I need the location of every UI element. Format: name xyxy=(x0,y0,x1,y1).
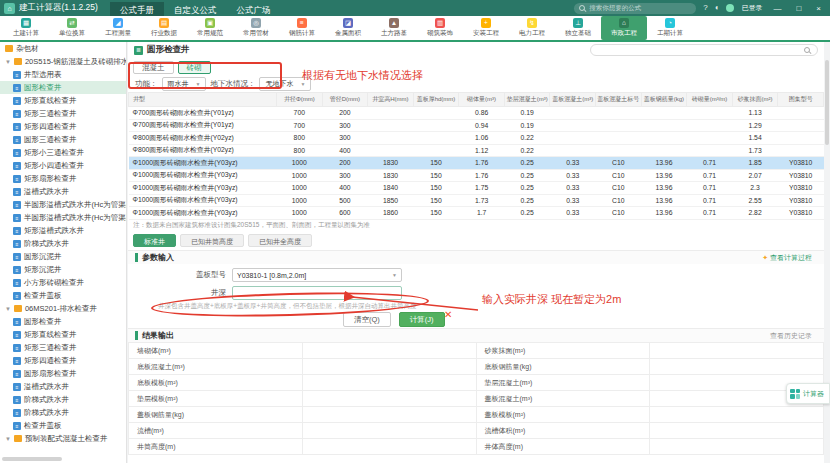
table-row[interactable]: Φ1000圆形砖砌雨水检查井(Y03yz)100020018301501.760… xyxy=(129,157,824,170)
grid-icon xyxy=(790,389,800,399)
sidebar-item[interactable]: ≡ 矩形小三通检查井 xyxy=(0,146,126,159)
clear-button[interactable]: 清空(Q) xyxy=(343,312,391,327)
sidebar-item[interactable]: ≡ 矩形直线检查井 xyxy=(0,94,126,107)
toolbar-item-14[interactable]: ◔ 工期计算 xyxy=(647,16,693,40)
sidebar-item[interactable]: ≡ 小方形砖砌检查井 xyxy=(0,276,126,289)
document-icon: ≡ xyxy=(13,110,21,118)
theme-icon[interactable]: ◐ xyxy=(715,0,720,16)
result-row: 井筒高度(m) 井体高度(m) xyxy=(129,439,824,455)
close-button[interactable]: × xyxy=(812,4,825,13)
sidebar-item[interactable]: ≡ 圆形检查井 xyxy=(0,81,126,94)
sidebar-item[interactable]: ≡ 溢槽式跌水井 xyxy=(0,185,126,198)
sidebar-horizontal-scrollbar[interactable] xyxy=(2,457,62,461)
sidebar-item[interactable]: ≡ 圆形三通检查井 xyxy=(0,133,126,146)
table-cell xyxy=(550,144,596,157)
sidebar-item[interactable]: ≡ 圆形扇形检查井 xyxy=(0,367,126,380)
table-cell: 0.86 xyxy=(459,107,505,120)
sidebar-group-0[interactable]: ▼ 20S515-钢筋混凝土及砖砌排水检查井 xyxy=(0,55,126,68)
sidebar-item[interactable]: ≡ 阶梯式跌水井 xyxy=(0,237,126,250)
filter-water-label: 地下水情况： xyxy=(210,79,255,89)
table-cell: 1000 xyxy=(277,207,323,220)
table-cell xyxy=(413,107,459,120)
sidebar-item[interactable]: ≡ 矩形溢槽式跌水井 xyxy=(0,224,126,237)
sidebar-item[interactable]: ≡ 矩形三通检查井 xyxy=(0,107,126,120)
table-row[interactable]: Φ1000圆形砖砌雨水检查井(Y03yz)100060018601501.70.… xyxy=(129,207,824,220)
sidebar-item[interactable]: ≡ 矩形沉泥井 xyxy=(0,263,126,276)
toolbar-item-13[interactable]: ⌂ 市政工程 xyxy=(601,16,647,40)
toolbar-item-8[interactable]: ▲ 土方路基 xyxy=(371,16,417,40)
filter-water-select[interactable]: 无地下水 ▼ xyxy=(259,77,311,91)
sidebar-item[interactable]: ≡ 阶梯式跌水井 xyxy=(0,406,126,419)
material-tab-0[interactable]: 混凝土 xyxy=(133,61,174,74)
main-search[interactable] xyxy=(590,44,818,56)
table-row[interactable]: Φ700圆形砖砌雨水检查井(Y01yz)7003000.940.191.29 xyxy=(129,119,824,132)
calc-button[interactable]: 计算(J) xyxy=(399,312,445,327)
main-vertical-scrollbar[interactable] xyxy=(825,60,829,145)
sidebar-item[interactable]: ≡ 检查井盖板 xyxy=(0,419,126,432)
sidebar-item[interactable]: ≡ 矩形扇形检查井 xyxy=(0,172,126,185)
sidebar-item[interactable]: ≡ 检查井盖板 xyxy=(0,289,126,302)
sidebar-group-2[interactable]: ▼ 预制装配式混凝土检查井 xyxy=(0,432,126,445)
toolbar-item-0[interactable]: ▦ 土建计算 xyxy=(3,16,49,40)
filter-func-select[interactable]: 雨水井 ▼ xyxy=(162,77,207,91)
table-row[interactable]: Φ800圆形砖砌雨水检查井(Y02yz)8004001.120.221.73 xyxy=(129,144,824,157)
toolbar-item-2[interactable]: ◢ 工程测量 xyxy=(95,16,141,40)
table-row[interactable]: Φ1000圆形砖砌雨水检查井(Y03yz)100030018301501.760… xyxy=(129,169,824,182)
column-header: 图集型号 xyxy=(778,93,824,107)
star-icon: ✦ xyxy=(762,254,768,262)
well-tab-2[interactable]: 已知井全高度 xyxy=(248,234,312,247)
view-process-link[interactable]: ✦ 查看计算过程 xyxy=(762,253,824,263)
table-cell: 13.96 xyxy=(641,194,687,207)
table-cell: 0.71 xyxy=(687,169,733,182)
toolbar-item-1[interactable]: ⇄ 单位换算 xyxy=(49,16,95,40)
history-link[interactable]: 查看历史记录 xyxy=(770,331,824,341)
brick-icon: ▥ xyxy=(435,18,445,28)
help-icon[interactable]: ? xyxy=(703,0,707,16)
sidebar-item[interactable]: ≡ 矩形小四通检查井 xyxy=(0,159,126,172)
minimize-button[interactable]: — xyxy=(769,4,785,13)
table-row[interactable]: Φ1000圆形砖砌雨水检查井(Y03yz)100040018401501.750… xyxy=(129,182,824,195)
toolbar-item-7[interactable]: ◪ 金属面积 xyxy=(325,16,371,40)
sidebar-item[interactable]: ≡ 矩形四通检查井 xyxy=(0,354,126,367)
toolbar-item-9[interactable]: ▥ 砌筑装饰 xyxy=(417,16,463,40)
table-cell: 1000 xyxy=(277,182,323,195)
calculator-fab[interactable]: 计算器 xyxy=(786,383,830,404)
table-cell: 0.71 xyxy=(687,157,733,170)
titlebar-search[interactable]: 搜索你想要的公式 xyxy=(574,3,696,14)
toolbar-item-3[interactable]: ▤ 行业数据 xyxy=(141,16,187,40)
table-row[interactable]: Φ1000圆形砖砌雨水检查井(Y03yz)100050018501501.730… xyxy=(129,194,824,207)
sidebar-item[interactable]: ≡ 阶梯式跌水井 xyxy=(0,393,126,406)
sidebar-item[interactable]: ≡ 矩形四通检查井 xyxy=(0,120,126,133)
material-tab-1[interactable]: 砖砌 xyxy=(178,61,211,74)
depth-input[interactable] xyxy=(232,286,402,300)
sidebar-group-1[interactable]: ▼ 06MS201-排水检查井 xyxy=(0,302,126,315)
sidebar-item[interactable]: ≡ 半圆形溢槽式跌水井(Hc为管渠高) xyxy=(0,198,126,211)
table-cell: 0.33 xyxy=(550,194,596,207)
sidebar-item-root[interactable]: 杂包材 xyxy=(0,42,126,55)
toolbar-item-11[interactable]: ↯ 电力工程 xyxy=(509,16,555,40)
toolbar-item-4[interactable]: ▣ 常用规范 xyxy=(187,16,233,40)
app-logo-icon: ⌂ xyxy=(4,3,15,14)
toolbar-item-10[interactable]: + 安装工程 xyxy=(463,16,509,40)
sidebar-item[interactable]: ≡ 井型选用表 xyxy=(0,68,126,81)
table-cell: 1.29 xyxy=(732,119,778,132)
toolbar-item-12[interactable]: ⊥ 独立基础 xyxy=(555,16,601,40)
sidebar-item[interactable]: ≡ 圆形检查井 xyxy=(0,315,126,328)
well-tab-1[interactable]: 已知井筒高度 xyxy=(180,234,244,247)
well-tab-0[interactable]: 标准井 xyxy=(133,234,176,247)
cover-model-select[interactable]: Y03810-1 [0.8m,2.0m] ▼ xyxy=(232,268,402,282)
table-cell xyxy=(550,107,596,120)
result-label: 底板混凝土(m³) xyxy=(129,359,303,375)
sidebar-item[interactable]: ≡ 圆形沉泥井 xyxy=(0,250,126,263)
result-row: 盖板钢筋量(kg) 盖板模板(m²) xyxy=(129,407,824,423)
sidebar-item[interactable]: ≡ 矩形三通检查井 xyxy=(0,341,126,354)
sidebar-item[interactable]: ≡ 半圆形溢槽式跌水井(Hc为管渠高) xyxy=(0,211,126,224)
sidebar-item[interactable]: ≡ 矩形直线检查井 xyxy=(0,328,126,341)
sidebar-item[interactable]: ≡ 溢槽式跌水井 xyxy=(0,380,126,393)
toolbar-item-6[interactable]: ≡ 钢筋计算 xyxy=(279,16,325,40)
toolbar-item-5[interactable]: ◎ 常用管材 xyxy=(233,16,279,40)
table-cell: 150 xyxy=(413,207,459,220)
maximize-button[interactable]: □ xyxy=(792,4,805,13)
table-row[interactable]: Φ700圆形砖砌雨水检查井(Y01yz)7002000.860.191.13 xyxy=(129,107,824,120)
table-row[interactable]: Φ800圆形砖砌雨水检查井(Y02yz)8003001.060.221.54 xyxy=(129,132,824,145)
